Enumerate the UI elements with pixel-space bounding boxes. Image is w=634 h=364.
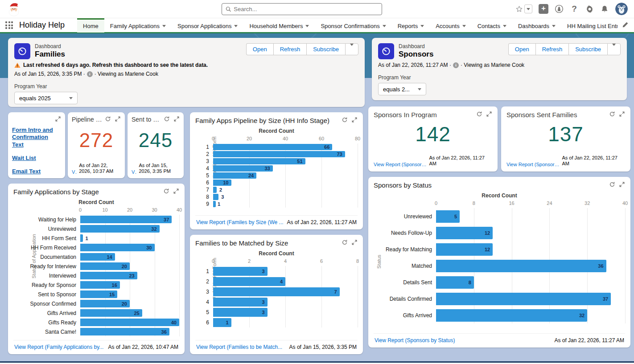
chevron-down-icon[interactable] — [162, 25, 166, 27]
expand-icon[interactable] — [351, 117, 358, 123]
refresh-icon[interactable] — [476, 111, 482, 117]
favorites-caret-icon[interactable] — [524, 4, 532, 13]
bar[interactable]: 66 — [213, 144, 332, 150]
expand-icon[interactable] — [173, 188, 179, 194]
quick-link[interactable]: Wait List — [12, 155, 61, 162]
bar[interactable]: 12 — [436, 227, 493, 239]
expand-icon[interactable] — [55, 116, 61, 122]
subscribe-button[interactable]: Subscribe — [306, 43, 345, 55]
expand-icon[interactable] — [486, 111, 492, 117]
view-report-link[interactable]: View Report (Familes by Size (We ... — [196, 219, 284, 225]
refresh-icon[interactable] — [609, 111, 615, 117]
bar[interactable] — [213, 201, 216, 207]
tab-contacts[interactable]: Contacts — [472, 18, 512, 33]
tab-family-applications[interactable]: Family Applications — [104, 18, 172, 33]
view-report-link[interactable]: Vi... — [132, 169, 137, 175]
bar[interactable]: 25 — [80, 309, 142, 317]
user-avatar[interactable] — [615, 3, 628, 15]
open-button[interactable]: Open — [246, 43, 273, 55]
chevron-down-icon[interactable] — [462, 25, 466, 27]
tab-dashboards[interactable]: Dashboards — [512, 18, 561, 33]
bar[interactable] — [213, 187, 217, 193]
quick-add-icon[interactable]: + — [539, 4, 548, 14]
bar[interactable]: 7 — [213, 287, 340, 296]
bar[interactable]: 3 — [213, 298, 268, 307]
expand-icon[interactable] — [619, 111, 625, 117]
quick-link[interactable]: Email Text — [12, 168, 61, 175]
bar[interactable]: 51 — [213, 158, 305, 164]
subscribe-button[interactable]: Subscribe — [568, 43, 607, 55]
tab-hh-mailing-list-entries[interactable]: HH Mailing List Entries — [561, 18, 618, 33]
guidance-tree-icon[interactable] — [555, 4, 564, 13]
chevron-down-icon[interactable] — [305, 25, 309, 27]
search-input[interactable] — [234, 6, 378, 12]
app-launcher-waffle-icon[interactable] — [5, 21, 13, 29]
tab-accounts[interactable]: Accounts — [430, 18, 471, 33]
bar[interactable]: 36 — [80, 328, 169, 335]
bar[interactable]: 32 — [80, 225, 160, 233]
expand-icon[interactable] — [351, 239, 358, 245]
bar[interactable]: 32 — [436, 309, 587, 322]
program-year-filter[interactable]: equals 2025 — [14, 92, 78, 104]
open-button[interactable]: Open — [508, 43, 535, 55]
bar[interactable] — [80, 234, 83, 242]
view-report-link[interactable]: Vi... — [72, 169, 77, 175]
tab-sponsor-confirmations[interactable]: Sponsor Confirmations — [315, 18, 391, 33]
bar[interactable]: 20 — [80, 300, 130, 307]
bar[interactable] — [213, 194, 218, 200]
refresh-icon[interactable] — [342, 117, 348, 123]
bar[interactable]: 40 — [80, 319, 179, 326]
chevron-down-icon[interactable] — [552, 25, 556, 27]
chevron-down-icon[interactable] — [420, 25, 424, 27]
edit-page-pencil-icon[interactable] — [622, 21, 629, 29]
bar[interactable]: 3 — [213, 308, 268, 317]
bar[interactable]: 30 — [80, 244, 155, 251]
refresh-button[interactable]: Refresh — [273, 43, 307, 55]
bar[interactable]: 15 — [80, 290, 117, 298]
notifications-bell-icon[interactable] — [600, 4, 609, 13]
refresh-icon[interactable] — [164, 116, 170, 122]
quick-link[interactable]: Form Intro and Confirmation Text — [12, 127, 61, 148]
view-report-link[interactable]: View Report (Sponsors... — [506, 162, 560, 167]
more-actions-button[interactable] — [345, 43, 358, 55]
bar[interactable]: 16 — [80, 281, 120, 289]
favorites-star-icon[interactable] — [515, 4, 523, 13]
tab-household-members[interactable]: Household Members — [243, 18, 315, 33]
view-report-link[interactable]: View Report (Family Applications by... — [14, 344, 103, 350]
bar[interactable]: 20 — [80, 262, 130, 270]
bar[interactable]: 37 — [80, 216, 172, 223]
chevron-down-icon[interactable] — [234, 25, 238, 27]
refresh-button[interactable]: Refresh — [535, 43, 569, 55]
info-icon[interactable]: i — [87, 71, 93, 77]
refresh-icon[interactable] — [342, 239, 348, 245]
bar[interactable]: 3 — [213, 267, 268, 276]
refresh-icon[interactable] — [163, 188, 169, 194]
tab-home[interactable]: Home — [77, 18, 104, 33]
bar[interactable]: 14 — [80, 253, 115, 261]
refresh-icon[interactable] — [609, 181, 615, 188]
bar[interactable]: 10 — [213, 180, 231, 186]
expand-icon[interactable] — [619, 181, 625, 188]
expand-icon[interactable] — [115, 116, 121, 122]
bar[interactable]: 33 — [213, 165, 273, 172]
bar[interactable]: 12 — [436, 243, 493, 256]
view-report-link[interactable]: View Report (Sponsors by Status) — [375, 337, 455, 344]
setup-gear-icon[interactable] — [585, 4, 594, 13]
chevron-down-icon[interactable] — [503, 25, 506, 27]
view-report-link[interactable]: View Report (Sponsors... — [374, 162, 427, 167]
more-actions-button[interactable] — [607, 43, 621, 55]
program-year-filter[interactable]: equals 2... — [378, 83, 426, 95]
chevron-down-icon[interactable] — [383, 25, 386, 27]
tab-sponsor-applications[interactable]: Sponsor Applications — [172, 18, 243, 33]
info-icon[interactable]: i — [453, 62, 459, 68]
bar[interactable]: 4 — [213, 277, 285, 286]
bar[interactable]: 5 — [436, 210, 460, 223]
bar[interactable]: 73 — [213, 151, 345, 157]
bar[interactable]: 24 — [213, 172, 256, 179]
refresh-icon[interactable] — [105, 116, 111, 122]
view-report-link[interactable]: View Report (Families to be Match... — [196, 344, 282, 350]
bar[interactable]: 36 — [436, 260, 606, 272]
bar[interactable]: 1 — [213, 318, 231, 327]
help-icon[interactable]: ? — [570, 4, 579, 13]
tab-reports[interactable]: Reports — [392, 18, 430, 33]
